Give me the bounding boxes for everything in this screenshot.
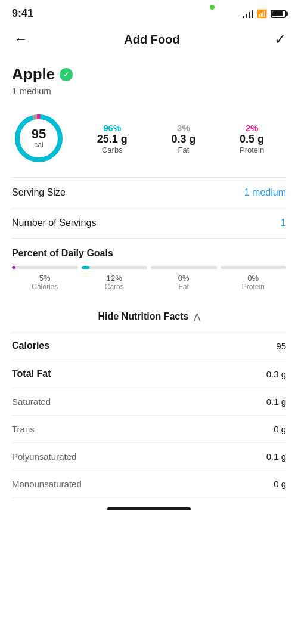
signal-icon xyxy=(243,10,253,18)
food-name: Apple xyxy=(12,65,55,83)
calorie-donut-chart: 95 cal xyxy=(12,112,66,165)
nutrition-name-polyunsaturated: Polyunsaturated xyxy=(12,451,76,462)
nutrition-toggle-label: Hide Nutrition Facts xyxy=(98,311,188,322)
bottom-indicator xyxy=(0,498,298,515)
fat-percent: 3% xyxy=(171,123,195,133)
verified-badge: ✓ xyxy=(60,68,73,81)
fat-label: Fat xyxy=(171,145,195,154)
macro-carbs: 96% 25.1 g Carbs xyxy=(97,123,128,154)
food-serving-description: 1 medium xyxy=(12,86,286,96)
nutrition-row-calories: Calories 95 xyxy=(12,332,286,360)
protein-percent: 2% xyxy=(240,123,264,133)
nutrition-value-saturated: 0.1 g xyxy=(266,397,286,407)
nutrition-row-monounsaturated: Monounsaturated 0 g xyxy=(12,470,286,498)
calorie-center: 95 cal xyxy=(32,128,46,149)
daily-goals-title: Percent of Daily Goals xyxy=(12,248,286,259)
carbs-bar-fill xyxy=(82,266,89,269)
page-title: Add Food xyxy=(124,33,179,47)
nutrition-value-monounsaturated: 0 g xyxy=(274,479,286,489)
macro-fat: 3% 0.3 g Fat xyxy=(171,123,195,154)
nutrition-row-polyunsaturated: Polyunsaturated 0.1 g xyxy=(12,443,286,470)
serving-size-value: 1 medium xyxy=(244,187,286,198)
protein-goal-percent: 0% xyxy=(221,274,287,283)
goal-calories: 5% Calories xyxy=(12,274,78,291)
goals-labels: 5% Calories 12% Carbs 0% Fat 0% Protein xyxy=(12,274,286,291)
fat-grams: 0.3 g xyxy=(171,133,195,145)
nutrition-row-total-fat: Total Fat 0.3 g xyxy=(12,360,286,388)
nutrition-name-total-fat: Total Fat xyxy=(12,369,51,379)
goal-protein: 0% Protein xyxy=(221,274,287,291)
back-button[interactable]: ← xyxy=(12,29,30,49)
calorie-value: 95 xyxy=(32,128,46,141)
food-info: Apple ✓ 1 medium xyxy=(0,59,298,106)
macros-section: 95 cal 96% 25.1 g Carbs 3% 0.3 g Fat 2% … xyxy=(0,106,298,177)
status-bar: 9:41 📶 xyxy=(0,0,298,23)
calorie-label: cal xyxy=(32,141,46,149)
servings-value: 1 xyxy=(281,218,286,228)
nutrition-name-saturated: Saturated xyxy=(12,397,51,407)
status-icons: 📶 xyxy=(243,9,286,18)
servings-label: Number of Servings xyxy=(12,218,96,228)
serving-size-row[interactable]: Serving Size 1 medium xyxy=(0,178,298,208)
food-name-row: Apple ✓ xyxy=(12,65,286,83)
nutrition-value-trans: 0 g xyxy=(274,424,286,434)
nutrition-row-saturated: Saturated 0.1 g xyxy=(12,388,286,416)
nutrition-toggle-button[interactable]: Hide Nutrition Facts ⋀ xyxy=(0,297,298,332)
nutrition-list: Calories 95 Total Fat 0.3 g Saturated 0.… xyxy=(0,332,298,498)
nutrition-value-polyunsaturated: 0.1 g xyxy=(266,451,286,462)
calories-goal-percent: 5% xyxy=(12,274,78,283)
fat-goal-label: Fat xyxy=(151,283,217,291)
calories-bar-fill xyxy=(12,266,15,269)
protein-goal-label: Protein xyxy=(221,283,287,291)
serving-size-label: Serving Size xyxy=(12,187,66,198)
fat-goal-percent: 0% xyxy=(151,274,217,283)
status-time: 9:41 xyxy=(12,7,33,20)
bottom-bar xyxy=(107,507,191,510)
nutrition-row-trans: Trans 0 g xyxy=(12,416,286,443)
goals-bars xyxy=(12,266,286,269)
goal-fat: 0% Fat xyxy=(151,274,217,291)
green-dot xyxy=(210,5,215,10)
macro-items: 96% 25.1 g Carbs 3% 0.3 g Fat 2% 0.5 g P… xyxy=(75,123,286,154)
daily-goals-section: Percent of Daily Goals 5% Calories 12% C… xyxy=(0,239,298,297)
header: ← Add Food ✓ xyxy=(0,23,298,59)
carbs-goal-percent: 12% xyxy=(82,274,148,283)
carbs-percent: 96% xyxy=(97,123,128,133)
protein-grams: 0.5 g xyxy=(240,133,264,145)
nutrition-value-calories: 95 xyxy=(276,341,286,351)
nutrition-name-trans: Trans xyxy=(12,424,35,434)
carbs-label: Carbs xyxy=(97,145,128,154)
carbs-grams: 25.1 g xyxy=(97,133,128,145)
battery-icon xyxy=(271,10,286,18)
macro-protein: 2% 0.5 g Protein xyxy=(240,123,264,154)
nutrition-name-calories: Calories xyxy=(12,340,49,351)
fat-bar-track xyxy=(151,266,217,269)
number-of-servings-row[interactable]: Number of Servings 1 xyxy=(0,208,298,238)
carbs-bar-track xyxy=(82,266,148,269)
confirm-button[interactable]: ✓ xyxy=(274,31,286,48)
nutrition-value-total-fat: 0.3 g xyxy=(266,369,286,379)
calories-goal-label: Calories xyxy=(12,283,78,291)
protein-bar-track xyxy=(221,266,287,269)
wifi-icon: 📶 xyxy=(257,9,267,18)
nutrition-name-monounsaturated: Monounsaturated xyxy=(12,479,82,489)
calories-bar-track xyxy=(12,266,78,269)
chevron-up-icon: ⋀ xyxy=(194,312,200,321)
goal-carbs: 12% Carbs xyxy=(82,274,148,291)
carbs-goal-label: Carbs xyxy=(82,283,148,291)
protein-label: Protein xyxy=(240,145,264,154)
